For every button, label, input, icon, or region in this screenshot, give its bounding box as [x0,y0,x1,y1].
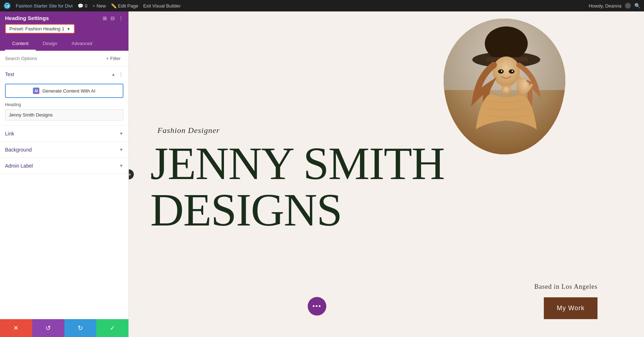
sidebar-title: Heading Settings [5,15,49,21]
heading-line2: DESIGNS [150,184,342,236]
filter-label: Filter [110,56,121,61]
sidebar: Heading Settings ⊞ ⊟ ⋮ Preset: Fashion H… [0,11,129,337]
link-section-title: Link [5,131,14,137]
tab-design[interactable]: Design [36,37,64,51]
layout-icon[interactable]: ⊞ [103,15,107,21]
text-section-content: AI Generate Content With AI Heading [0,82,128,125]
generate-ai-label: Generate Content With AI [42,88,95,94]
ai-icon: AI [33,88,39,94]
sidebar-header: Heading Settings ⊞ ⊟ ⋮ Preset: Fashion H… [0,11,128,51]
svg-point-9 [509,69,514,74]
admin-bar: W Fashion Starter Site for Divi 💬 0 + Ne… [0,0,644,11]
heading-input[interactable] [5,109,123,120]
background-section-icons: ▼ [119,147,123,152]
fashion-page: Fashion Designer JENNY SMITH DESIGNS Bas… [129,11,644,337]
more-options-icon[interactable]: ⋮ [118,15,123,21]
admin-label-collapse-icon[interactable]: ▼ [119,163,123,168]
svg-point-10 [501,70,502,72]
svg-text:W: W [6,4,9,8]
page-content: ⇔ [129,11,644,337]
exit-vb-label: Exit Visual Builder [143,3,181,9]
preset-label: Preset: Fashion Heading 1 [9,26,64,31]
admin-bar-right: Howdy, Deanna 🔍 [589,3,640,9]
background-section: Background ▼ [0,142,128,158]
svg-point-11 [512,70,513,72]
admin-bar-left: W Fashion Starter Site for Divi 💬 0 + Ne… [4,2,583,9]
redo-icon: ↻ [78,324,83,332]
preset-selector[interactable]: Preset: Fashion Heading 1 ▼ [5,24,75,34]
cancel-icon: ✕ [13,324,19,332]
text-menu-icon[interactable]: ⋮ [118,71,123,77]
comment-bubble[interactable]: 💬 0 [78,3,87,9]
background-section-header[interactable]: Background ▼ [0,142,128,158]
reset-button[interactable]: ↺ [32,319,64,337]
circle-image-inner [444,19,565,154]
filter-icon: + [106,56,109,61]
more-options-button[interactable]: ••• [308,297,326,316]
preset-chevron-icon: ▼ [67,27,70,31]
save-button[interactable]: ✓ [96,319,128,337]
tab-advanced[interactable]: Advanced [64,37,99,51]
link-section-icons: ▼ [119,131,123,136]
sidebar-title-row: Heading Settings ⊞ ⊟ ⋮ [5,15,123,21]
svg-point-8 [498,69,504,74]
save-icon: ✓ [110,324,115,332]
fashion-designer-label: Fashion Designer [157,126,220,135]
sidebar-tabs: Content Design Advanced [5,37,123,51]
my-work-button[interactable]: My Work [544,297,597,319]
site-name[interactable]: Fashion Starter Site for Divi [16,3,73,9]
admin-label-section: Admin Label ▼ [0,158,128,174]
cancel-button[interactable]: ✕ [0,319,32,337]
text-section: Text ▲ ⋮ AI Generate Content With AI Hea… [0,66,128,126]
admin-label-section-title: Admin Label [5,163,33,169]
new-button[interactable]: + New [92,3,106,9]
based-location: Based in Los Angeles [535,283,597,291]
admin-label-section-header[interactable]: Admin Label ▼ [0,158,128,174]
edit-page-label: Edit Page [118,3,138,9]
plus-icon: + [92,3,95,9]
howdy-text: Howdy, Deanna [589,3,621,9]
reset-icon: ↺ [45,324,51,332]
link-section-header[interactable]: Link ▼ [0,126,128,142]
bottom-actions: ✕ ↺ ↻ ✓ [0,319,128,337]
background-section-title: Background [5,147,32,153]
search-icon[interactable]: 🔍 [634,3,640,9]
link-collapse-icon[interactable]: ▼ [119,131,123,136]
text-section-header[interactable]: Text ▲ ⋮ [0,66,128,82]
generate-ai-button[interactable]: AI Generate Content With AI [5,84,123,98]
main-layout: Heading Settings ⊞ ⊟ ⋮ Preset: Fashion H… [0,11,644,337]
search-input[interactable] [5,56,101,61]
svg-point-7 [493,56,520,86]
tab-content[interactable]: Content [5,37,36,51]
comment-icon: 💬 [78,3,83,9]
avatar[interactable] [625,3,631,9]
text-collapse-icon[interactable]: ▲ [111,72,116,77]
svg-rect-12 [502,86,511,94]
circle-image [444,19,565,154]
redo-button[interactable]: ↻ [64,319,97,337]
new-label: New [97,3,106,9]
sidebar-header-icons: ⊞ ⊟ ⋮ [103,15,123,21]
filter-button[interactable]: + Filter [103,54,123,63]
pencil-icon: ✏️ [111,3,117,9]
exit-visual-builder-button[interactable]: Exit Visual Builder [143,3,181,9]
svg-point-5 [485,26,528,61]
search-bar: + Filter [0,51,128,66]
text-section-icons: ▲ ⋮ [111,71,123,77]
link-section: Link ▼ [0,126,128,142]
heading-line1: JENNY SMITH [150,138,444,189]
columns-icon[interactable]: ⊟ [111,15,115,21]
edit-page-button[interactable]: ✏️ Edit Page [111,3,138,9]
text-section-title: Text [5,71,14,77]
wp-logo-icon[interactable]: W [4,2,11,9]
admin-label-section-icons: ▼ [119,163,123,168]
comment-count: 0 [85,3,87,9]
dots-icon: ••• [313,303,322,310]
background-collapse-icon[interactable]: ▼ [119,147,123,152]
heading-field-label: Heading [5,102,123,107]
